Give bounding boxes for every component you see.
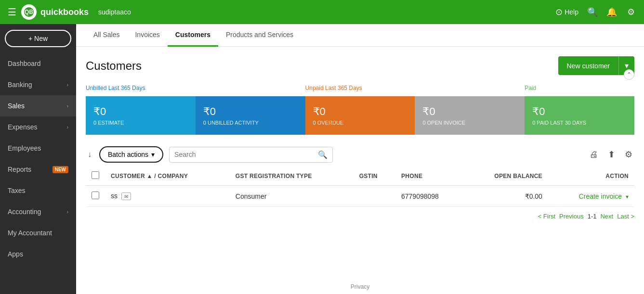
- summary-section: Unbilled Last 365 Days Unpaid Last 365 D…: [86, 85, 634, 135]
- row-checkbox-cell: [86, 186, 105, 207]
- help-button[interactable]: ⊙ Help: [555, 7, 578, 17]
- header-open-balance: OPEN BALANCE: [464, 166, 548, 186]
- tab-invoices-label: Invoices: [135, 31, 159, 38]
- overdue-amount: ₹0: [313, 105, 407, 118]
- svg-text:QB: QB: [25, 9, 33, 15]
- privacy-link[interactable]: Privacy: [351, 283, 369, 290]
- sidebar-item-sales[interactable]: Sales ›: [0, 95, 76, 116]
- search-input[interactable]: [174, 151, 318, 158]
- search-icon[interactable]: 🔍: [587, 7, 598, 17]
- sidebar-item-accounting[interactable]: Accounting ›: [0, 201, 76, 222]
- select-all-checkbox[interactable]: [92, 171, 99, 179]
- estimate-amount: ₹0: [93, 105, 188, 118]
- hamburger-icon[interactable]: ☰: [8, 6, 16, 18]
- table-row: ss ✉ Consumer 6779098098: [86, 186, 634, 207]
- toolbar-right: 🖨 ⬆ ⚙: [588, 147, 634, 162]
- batch-actions-button[interactable]: Batch actions ▾: [99, 146, 163, 163]
- estimate-card[interactable]: ₹0 0 ESTIMATE: [86, 96, 196, 135]
- pagination-last[interactable]: Last >: [617, 213, 634, 220]
- new-customer-btn-group: New customer ▾: [558, 56, 634, 75]
- unbilled-amount: ₹0: [203, 105, 298, 118]
- customers-table: CUSTOMER ▲ / COMPANY GST REGISTRATION TY…: [86, 166, 634, 207]
- qb-logo-icon: QB: [21, 4, 37, 20]
- gstin-cell: [354, 186, 395, 207]
- pagination-previous[interactable]: Previous: [559, 213, 584, 220]
- tab-all-sales[interactable]: All Sales: [86, 24, 127, 47]
- help-circle-icon: ⊙: [555, 7, 563, 17]
- header-gst: GST REGISTRATION TYPE: [230, 166, 354, 186]
- company-name: sudiptaaco: [98, 8, 131, 16]
- tabs-bar: All Sales Invoices Customers Products an…: [76, 24, 644, 47]
- print-icon-button[interactable]: 🖨: [588, 148, 600, 162]
- accounting-arrow-icon: ›: [67, 209, 68, 215]
- reports-new-badge: NEW: [53, 166, 68, 173]
- sidebar-item-expenses[interactable]: Expenses ›: [0, 116, 76, 138]
- sidebar-item-apps[interactable]: Apps: [0, 243, 76, 265]
- page-content: Customers New customer ▾ Unbilled Last 3…: [76, 47, 644, 280]
- overdue-card[interactable]: ₹0 0 OVERDUE: [305, 96, 415, 135]
- create-invoice-link[interactable]: Create invoice: [579, 192, 622, 200]
- sidebar-item-dashboard[interactable]: Dashboard: [0, 53, 76, 74]
- header-customer[interactable]: CUSTOMER ▲ / COMPANY: [105, 166, 230, 186]
- main-layout: + New Dashboard Banking › Sales › Expens…: [0, 24, 644, 294]
- page-title: Customers: [86, 59, 142, 73]
- sidebar-item-my-accountant-label: My Accountant: [8, 229, 52, 237]
- new-button[interactable]: + New: [5, 30, 71, 47]
- pagination-first[interactable]: < First: [538, 213, 555, 220]
- tab-products-services-label: Products and Services: [226, 31, 293, 38]
- phone-cell: 6779098098: [395, 186, 464, 207]
- notification-icon[interactable]: 🔔: [606, 7, 617, 17]
- pagination-current: 1-1: [588, 213, 597, 220]
- customer-email-icon[interactable]: ✉: [121, 192, 131, 200]
- content-area: All Sales Invoices Customers Products an…: [76, 24, 644, 294]
- customer-name-cell: ss ✉: [105, 186, 230, 207]
- cards-collapse-button[interactable]: ⌃: [624, 69, 634, 80]
- open-balance-value: ₹0.00: [525, 192, 542, 200]
- new-customer-button[interactable]: New customer: [558, 56, 618, 75]
- overdue-label: 0 OVERDUE: [313, 120, 407, 126]
- paid-label-card: 0 PAID LAST 30 DAYS: [532, 120, 627, 126]
- unbilled-label-card: 0 UNBILLED ACTIVITY: [203, 120, 298, 126]
- settings-icon[interactable]: ⚙: [626, 7, 636, 17]
- tab-customers[interactable]: Customers: [168, 24, 218, 47]
- expenses-arrow-icon: ›: [67, 125, 68, 130]
- reports-badge-area: NEW: [51, 166, 68, 173]
- gst-type-cell: Consumer: [230, 186, 354, 207]
- settings-table-icon-button[interactable]: ⚙: [623, 147, 634, 162]
- topbar-actions: ⊙ Help 🔍 🔔 ⚙: [555, 7, 636, 17]
- open-balance-cell: ₹0.00: [464, 186, 548, 207]
- unbilled-label-text: Unbilled Last 365 Days: [86, 85, 145, 91]
- pagination-next[interactable]: Next: [600, 213, 613, 220]
- action-dropdown-icon[interactable]: ▾: [626, 193, 629, 200]
- sidebar-item-my-accountant[interactable]: My Accountant: [0, 222, 76, 243]
- paid-card[interactable]: ₹0 0 PAID LAST 30 DAYS: [525, 96, 634, 135]
- tab-customers-label: Customers: [175, 31, 210, 38]
- toolbar: ↓ Batch actions ▾ 🔍 🖨 ⬆ ⚙: [86, 146, 634, 166]
- row-checkbox[interactable]: [92, 192, 99, 199]
- sidebar-item-reports[interactable]: Reports NEW: [0, 159, 76, 180]
- app-name: quickbooks: [40, 7, 89, 17]
- summary-labels-row: Unbilled Last 365 Days Unpaid Last 365 D…: [86, 85, 634, 93]
- sidebar-item-taxes[interactable]: Taxes: [0, 180, 76, 201]
- unpaid-label: Unpaid Last 365 Days: [305, 85, 525, 93]
- help-label: Help: [565, 8, 578, 16]
- tab-products-services[interactable]: Products and Services: [218, 24, 301, 47]
- open-invoice-card[interactable]: ₹0 0 OPEN INVOICE: [415, 96, 525, 135]
- summary-cards: ₹0 0 ESTIMATE ₹0 0 UNBILLED ACTIVITY ₹0 …: [86, 96, 634, 135]
- export-icon-button[interactable]: ⬆: [606, 147, 617, 162]
- pagination: < First Previous 1-1 Next Last >: [86, 207, 634, 222]
- estimate-label: 0 ESTIMATE: [93, 120, 188, 126]
- customer-name[interactable]: ss: [111, 192, 118, 200]
- unbilled-activity-card[interactable]: ₹0 0 UNBILLED ACTIVITY: [196, 96, 305, 135]
- sidebar-item-banking[interactable]: Banking ›: [0, 74, 76, 95]
- batch-actions-label: Batch actions: [108, 151, 148, 158]
- open-invoice-label: 0 OPEN INVOICE: [422, 120, 517, 126]
- search-magnifier-icon: 🔍: [318, 150, 328, 159]
- sidebar-item-employees[interactable]: Employees: [0, 138, 76, 159]
- table-header-row: CUSTOMER ▲ / COMPANY GST REGISTRATION TY…: [86, 166, 634, 186]
- tab-invoices[interactable]: Invoices: [127, 24, 167, 47]
- sidebar-item-banking-label: Banking: [8, 81, 32, 89]
- header-gstin: GSTIN: [354, 166, 395, 186]
- sidebar: + New Dashboard Banking › Sales › Expens…: [0, 24, 76, 294]
- sort-icon[interactable]: ↓: [86, 148, 93, 161]
